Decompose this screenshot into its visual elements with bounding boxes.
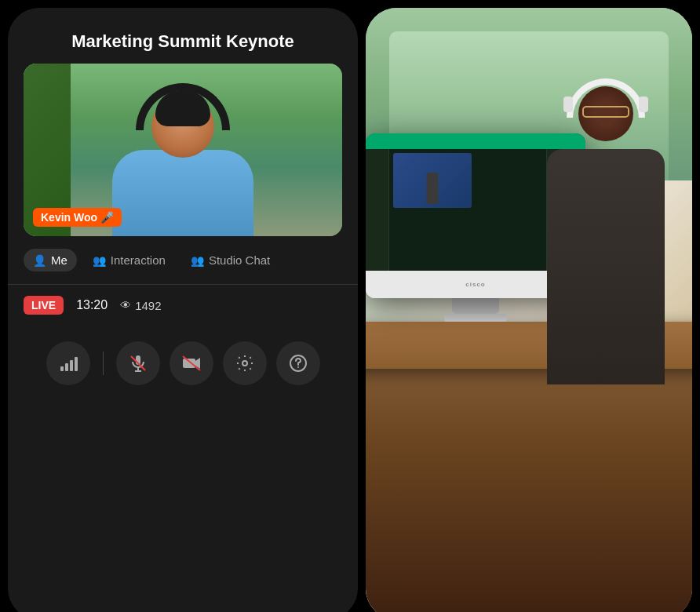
help-icon (289, 354, 308, 373)
monitor-base (452, 298, 499, 314)
mobile-app-panel: Marketing Summit Keynote Kevin Woo 🎤 👤 M… (8, 8, 358, 612)
photo-panel: cisco (366, 8, 692, 612)
video-feed: Kevin Woo 🎤 (24, 64, 342, 236)
presenter-name: Kevin Woo (41, 211, 97, 224)
presenter-video: Kevin Woo 🎤 (24, 64, 342, 236)
person-glasses (582, 106, 629, 118)
mic-muted-icon (129, 354, 148, 373)
svg-rect-1 (65, 363, 68, 371)
event-title: Marketing Summit Keynote (8, 8, 358, 64)
settings-icon (235, 354, 254, 373)
svg-point-10 (242, 361, 247, 366)
svg-rect-8 (183, 359, 195, 368)
svg-rect-2 (70, 360, 73, 371)
signal-icon (59, 354, 78, 373)
presenter-body (112, 150, 253, 236)
settings-button[interactable] (223, 341, 267, 385)
live-badge: LIVE (24, 296, 64, 315)
interaction-tab-icon: 👥 (93, 254, 106, 267)
svg-rect-3 (75, 357, 78, 371)
person-head (578, 86, 633, 141)
control-divider-1 (103, 352, 104, 375)
mute-mic-button[interactable] (116, 341, 160, 385)
mic-indicator-icon: 🎤 (100, 211, 114, 224)
presenter-head (151, 95, 214, 158)
session-timer: 13:20 (76, 298, 108, 312)
me-tab-icon: 👤 (33, 254, 46, 267)
camera-muted-icon (181, 354, 202, 373)
signal-button[interactable] (46, 341, 90, 385)
svg-point-12 (297, 366, 299, 368)
monitor-foot (444, 314, 507, 322)
screen-presenter-figure (427, 173, 439, 204)
tab-me-label: Me (51, 253, 67, 267)
tab-interaction-label: Interaction (111, 253, 166, 267)
tabs-container: 👤 Me 👥 Interaction 👥 Studio Chat (8, 236, 358, 285)
viewer-count: 1492 (135, 299, 161, 312)
help-button[interactable] (276, 341, 320, 385)
brand-logo: cisco (465, 281, 485, 288)
tab-studio-chat-label: Studio Chat (209, 253, 270, 267)
presenter-name-badge: Kevin Woo 🎤 (33, 208, 122, 227)
person-silhouette (535, 86, 676, 526)
viewer-count-display: 👁 1492 (120, 299, 161, 312)
eye-icon: 👁 (120, 299, 131, 311)
presenter-figure (112, 95, 253, 236)
screen-main-area (389, 149, 546, 271)
person-body (547, 149, 665, 384)
screen-sidebar (366, 149, 389, 271)
mute-camera-button[interactable] (170, 341, 213, 385)
controls-bar (8, 326, 358, 409)
photo-background: cisco (366, 8, 692, 612)
studio-chat-tab-icon: 👥 (191, 254, 204, 267)
status-bar: LIVE 13:20 👁 1492 (8, 285, 358, 326)
tab-interaction[interactable]: 👥 Interaction (83, 249, 175, 271)
tab-studio-chat[interactable]: 👥 Studio Chat (181, 249, 279, 271)
tab-me[interactable]: 👤 Me (24, 249, 77, 271)
svg-rect-0 (60, 366, 64, 371)
screen-presenter-view (393, 153, 472, 208)
